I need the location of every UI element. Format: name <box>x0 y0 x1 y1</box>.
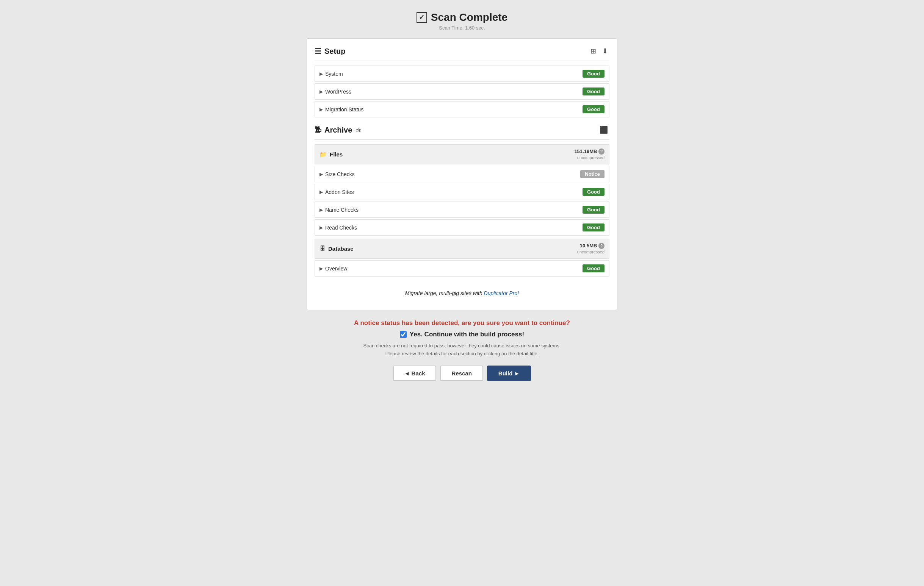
system-arrow-icon: ▶ <box>320 71 323 77</box>
size-checks-row: ▶ Size Checks Notice <box>315 166 609 182</box>
files-group-header: 📁 Files 151.19MB ? uncompressed <box>315 144 609 165</box>
notice-confirm-row: Yes. Continue with the build process! <box>307 331 617 338</box>
notice-warning-text: A notice status has been detected, are y… <box>307 319 617 327</box>
archive-title: 🗜 Archive zip <box>315 126 361 135</box>
database-meta: 10.5MB ? uncompressed <box>577 243 604 255</box>
addon-sites-arrow-icon: ▶ <box>320 189 323 195</box>
setup-list-icon: ☰ <box>315 46 322 56</box>
wordpress-arrow-icon: ▶ <box>320 89 323 94</box>
migration-status-badge: Good <box>582 105 604 113</box>
overview-label[interactable]: ▶ Overview <box>320 265 347 272</box>
page-header: ✓ Scan Complete Scan Time: 1.60 sec. <box>416 12 508 31</box>
scan-time: Scan Time: 1.60 sec. <box>416 25 508 31</box>
download-button[interactable]: ⬇ <box>601 46 609 56</box>
migration-status-row: ▶ Migration Status Good <box>315 101 609 117</box>
setup-actions: ⊞ ⬇ <box>589 46 609 56</box>
archive-section: 🗜 Archive zip ⬛ 📁 Files 151.19MB ? uncom… <box>315 125 609 277</box>
continue-checkbox[interactable] <box>400 331 407 338</box>
database-icon: 🗄 <box>320 245 325 252</box>
files-meta: 151.19MB ? uncompressed <box>574 148 604 160</box>
back-button[interactable]: ◄ Back <box>393 365 437 381</box>
build-button[interactable]: Build ► <box>487 365 531 381</box>
size-checks-arrow-icon: ▶ <box>320 171 323 177</box>
notice-description: Scan checks are not required to pass, ho… <box>307 342 617 358</box>
system-row: ▶ System Good <box>315 66 609 82</box>
action-buttons: ◄ Back Rescan Build ► <box>307 365 617 381</box>
addon-sites-row: ▶ Addon Sites Good <box>315 184 609 200</box>
setup-section-header: ☰ Setup ⊞ ⬇ <box>315 46 609 61</box>
database-group-header: 🗄 Database 10.5MB ? uncompressed <box>315 239 609 259</box>
page-title: ✓ Scan Complete <box>416 12 508 23</box>
files-label: 📁 Files <box>320 151 343 158</box>
system-label[interactable]: ▶ System <box>320 71 343 77</box>
help-database-icon[interactable]: ? <box>599 243 604 249</box>
overview-badge: Good <box>582 264 604 272</box>
scan-complete-icon: ✓ <box>416 12 427 23</box>
addon-sites-label[interactable]: ▶ Addon Sites <box>320 189 354 195</box>
files-folder-icon: 📁 <box>320 151 327 158</box>
system-badge: Good <box>582 70 604 77</box>
wordpress-badge: Good <box>582 87 604 95</box>
promo-text: Migrate large, multi-gig sites with Dupl… <box>315 284 609 302</box>
size-checks-label[interactable]: ▶ Size Checks <box>320 171 355 177</box>
rescan-button[interactable]: Rescan <box>440 365 483 381</box>
name-checks-badge: Good <box>582 206 604 214</box>
migration-arrow-icon: ▶ <box>320 107 323 112</box>
wordpress-label[interactable]: ▶ WordPress <box>320 89 351 95</box>
overview-row: ▶ Overview Good <box>315 260 609 277</box>
archive-zip-icon: 🗜 <box>315 126 322 134</box>
overview-arrow-icon: ▶ <box>320 266 323 271</box>
name-checks-arrow-icon: ▶ <box>320 207 323 212</box>
archive-section-header: 🗜 Archive zip ⬛ <box>315 125 609 140</box>
archive-action-button[interactable]: ⬛ <box>598 125 609 135</box>
addon-sites-badge: Good <box>582 188 604 196</box>
columns-button[interactable]: ⊞ <box>589 46 598 56</box>
setup-title: ☰ Setup <box>315 46 346 56</box>
name-checks-row: ▶ Name Checks Good <box>315 201 609 218</box>
duplicator-pro-link[interactable]: Duplicator Pro! <box>484 290 519 296</box>
read-checks-row: ▶ Read Checks Good <box>315 219 609 235</box>
columns-icon: ⊞ <box>591 47 596 55</box>
main-card: ☰ Setup ⊞ ⬇ ▶ System Good ▶ WordPress Go… <box>307 38 617 310</box>
read-checks-badge: Good <box>582 224 604 231</box>
download-icon: ⬇ <box>602 47 608 55</box>
read-checks-label[interactable]: ▶ Read Checks <box>320 225 357 231</box>
archive-action-icon: ⬛ <box>600 126 608 134</box>
help-files-icon[interactable]: ? <box>599 148 604 155</box>
name-checks-label[interactable]: ▶ Name Checks <box>320 207 358 213</box>
database-label: 🗄 Database <box>320 245 354 252</box>
zip-label: zip <box>356 128 361 132</box>
notice-confirm-text: Yes. Continue with the build process! <box>410 331 524 338</box>
read-checks-arrow-icon: ▶ <box>320 225 323 230</box>
size-checks-badge: Notice <box>580 170 604 178</box>
notice-section: A notice status has been detected, are y… <box>307 319 617 381</box>
wordpress-row: ▶ WordPress Good <box>315 83 609 100</box>
migration-status-label[interactable]: ▶ Migration Status <box>320 107 363 112</box>
